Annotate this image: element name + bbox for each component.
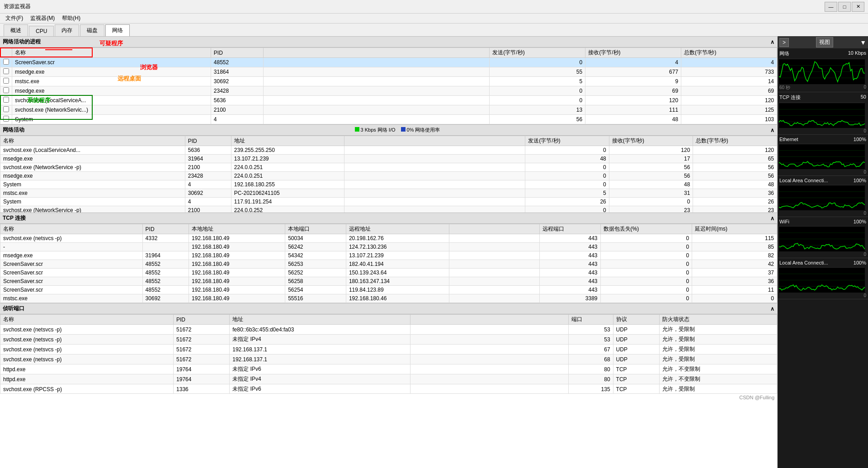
tcp-row[interactable]: ScreenSaver.scr 48552 192.168.180.49 562…	[0, 260, 777, 269]
row-lport: 56242	[285, 243, 346, 251]
menu-help[interactable]: 帮助(H)	[58, 14, 84, 23]
menu-file[interactable]: 文件(F)	[2, 14, 27, 23]
listening-row[interactable]: svchost.exe (netsvcs -p) 51672 192.168.1…	[0, 345, 777, 355]
collapse-tcp-icon[interactable]: ∧	[770, 215, 774, 222]
collapse-listening-icon[interactable]: ∧	[770, 306, 774, 312]
network-activity-row[interactable]: System 4 117.91.191.254 26 0 26	[0, 198, 777, 206]
row-name: svchost.exe (netsvcs -p)	[0, 234, 143, 243]
collapse-network-process-icon[interactable]: ∧	[770, 39, 774, 45]
menu-monitor[interactable]: 监视器(M)	[27, 14, 58, 23]
th-na-send[interactable]: 发送(字节/秒)	[525, 136, 609, 146]
minimize-button[interactable]: —	[825, 2, 837, 12]
network-process-row[interactable]: System 4 56 48 103	[0, 115, 777, 124]
tcp-row[interactable]: ScreenSaver.scr 48552 192.168.180.49 562…	[0, 286, 777, 294]
chart-graph-0	[778, 59, 864, 84]
th-tcp-rport[interactable]: 远程端口	[539, 224, 600, 234]
network-activity-row[interactable]: svchost.exe (NetworkService -p) 2100 224…	[0, 163, 777, 172]
expand-button[interactable]: >	[779, 38, 789, 47]
restore-button[interactable]: □	[838, 2, 851, 12]
th-ls-firewall[interactable]: 防火墙状态	[660, 315, 777, 325]
row-checkbox-cell[interactable]	[0, 67, 12, 77]
th-tcp-lport[interactable]: 本地端口	[285, 224, 346, 234]
tab-overview[interactable]: 概述	[4, 24, 28, 36]
row-laddr: 192.168.180.49	[189, 294, 285, 303]
close-button[interactable]: ✕	[852, 2, 864, 12]
th-name[interactable]: 名称	[12, 48, 211, 58]
th-tcp-raddr[interactable]: 远程地址	[346, 224, 449, 234]
row-checkbox-cell[interactable]	[0, 105, 12, 115]
th-na-addr[interactable]: 地址	[231, 136, 344, 146]
row-pid: 48552	[142, 286, 189, 294]
process-annotation-area: 可疑程序 浏览器 远程桌面 系统程序 名称 PID	[0, 47, 777, 124]
network-process-row[interactable]: mstsc.exe 30692 5 9 14	[0, 77, 777, 86]
network-activity-row[interactable]: svchost.exe (NetworkService -p) 2100 224…	[0, 206, 777, 213]
row-checkbox[interactable]	[3, 68, 9, 74]
row-checkbox-cell[interactable]	[0, 115, 12, 124]
tab-network[interactable]: 网络	[105, 24, 130, 36]
th-na-name[interactable]: 名称	[0, 136, 185, 146]
row-checkbox[interactable]	[3, 116, 9, 122]
network-activity-row[interactable]: msedge.exe 23428 224.0.0.251 0 56 56	[0, 172, 777, 180]
row-checkbox-cell[interactable]	[0, 77, 12, 86]
network-process-row[interactable]: svchost.exe (LocalServiceA... 5636 0 120…	[0, 96, 777, 105]
network-activity-row[interactable]: msedge.exe 31964 13.107.21.239 48 17 65	[0, 155, 777, 163]
th-tcp-name[interactable]: 名称	[0, 224, 143, 234]
chart-time-1: 0	[778, 128, 868, 133]
row-checkbox[interactable]	[3, 78, 9, 84]
th-na-recv[interactable]: 接收(字节/秒)	[609, 136, 693, 146]
row-proto: UDP	[613, 325, 660, 335]
network-activity-row[interactable]: mstsc.exe 30692 PC-202106241105 5 31 36	[0, 189, 777, 198]
th-na-pid[interactable]: PID	[185, 136, 231, 146]
network-process-row[interactable]: msedge.exe 23428 0 69 69	[0, 86, 777, 96]
tcp-row[interactable]: mstsc.exe 30692 192.168.180.49 55516 192…	[0, 294, 777, 303]
listening-row[interactable]: svchost.exe (netsvcs -p) 51672 未指定 IPv4 …	[0, 335, 777, 345]
row-checkbox[interactable]	[3, 87, 9, 93]
listening-row[interactable]: svchost.exe (netsvcs -p) 51672 fe80::6b3…	[0, 325, 777, 335]
row-checkbox-cell[interactable]	[0, 96, 12, 105]
th-na-total[interactable]: 总数(字节/秒)	[693, 136, 777, 146]
th-tcp-loss[interactable]: 数据包丢失(%)	[600, 224, 692, 234]
network-process-row[interactable]: ScreenSaver.scr 48552 0 4 4	[0, 58, 777, 67]
network-process-row[interactable]: svchost.exe (NetworkServic...) 2100 13 1…	[0, 105, 777, 115]
tcp-row[interactable]: ScreenSaver.scr 48552 192.168.180.49 562…	[0, 277, 777, 286]
th-ls-proto[interactable]: 协议	[613, 315, 660, 325]
network-activity-row[interactable]: svchost.exe (LocalServiceAnd... 5636 239…	[0, 146, 777, 155]
th-tcp-pid[interactable]: PID	[142, 224, 189, 234]
listening-row[interactable]: svchost.exe (netsvcs -p) 51672 192.168.1…	[0, 355, 777, 364]
tcp-row[interactable]: ScreenSaver.scr 48552 192.168.180.49 562…	[0, 269, 777, 277]
tab-cpu[interactable]: CPU	[29, 26, 54, 36]
row-checkbox-cell[interactable]	[0, 86, 12, 96]
row-spacer	[264, 86, 490, 96]
tab-memory[interactable]: 内存	[55, 24, 79, 36]
th-recv[interactable]: 接收(字节/秒)	[585, 48, 681, 58]
row-checkbox[interactable]	[3, 59, 9, 65]
tab-disk[interactable]: 磁盘	[80, 24, 104, 36]
th-send[interactable]: 发送(字节/秒)	[490, 48, 585, 58]
legend-dot-io	[355, 127, 359, 132]
row-pid: 2100	[185, 163, 231, 172]
tcp-row[interactable]: msedge.exe 31964 192.168.180.49 54342 13…	[0, 251, 777, 260]
th-ls-name[interactable]: 名称	[0, 315, 174, 325]
network-activity-row[interactable]: System 4 192.168.180.255 0 48 48	[0, 180, 777, 189]
view-button[interactable]: 视图	[816, 37, 833, 47]
th-ls-addr[interactable]: 地址	[230, 315, 410, 325]
network-process-row[interactable]: msedge.exe 31864 55 677 733	[0, 67, 777, 77]
tcp-row[interactable]: - 192.168.180.49 56242 124.72.130.236 44…	[0, 243, 777, 251]
th-tcp-latency[interactable]: 延迟时间(ms)	[692, 224, 777, 234]
listening-row[interactable]: svchost.exe (RPCSS -p) 1336 未指定 IPv6 135…	[0, 384, 777, 394]
collapse-network-activity-icon[interactable]: ∧	[770, 127, 774, 133]
th-tcp-laddr[interactable]: 本地地址	[189, 224, 285, 234]
chart-graph-5	[778, 267, 864, 292]
chart-name-0: 网络	[779, 50, 789, 57]
view-dropdown-icon[interactable]: ▼	[860, 39, 866, 46]
th-pid[interactable]: PID	[211, 48, 264, 58]
row-checkbox-cell[interactable]	[0, 58, 12, 67]
row-checkbox[interactable]	[3, 106, 9, 112]
listening-row[interactable]: httpd.exe 19764 未指定 IPv6 80 TCP 允许，不变限制	[0, 364, 777, 374]
th-ls-pid[interactable]: PID	[174, 315, 230, 325]
listening-row[interactable]: httpd.exe 19764 未指定 IPv4 80 TCP 允许，不变限制	[0, 374, 777, 384]
th-ls-port[interactable]: 端口	[568, 315, 613, 325]
th-total[interactable]: 总数(字节/秒)	[681, 48, 777, 58]
row-checkbox[interactable]	[3, 97, 9, 103]
tcp-row[interactable]: svchost.exe (netsvcs -p) 4332 192.168.18…	[0, 234, 777, 243]
